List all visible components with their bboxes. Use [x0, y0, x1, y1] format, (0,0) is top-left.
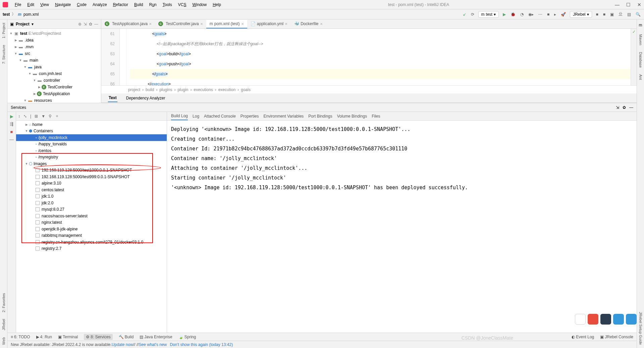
group-icon[interactable]: ⊞	[35, 114, 38, 119]
structure-button[interactable]: ▤	[627, 11, 632, 17]
close-icon[interactable]: ✕	[149, 22, 152, 26]
out-tab-vol[interactable]: Volume Bindings	[337, 113, 367, 120]
menu-view[interactable]: View	[39, 2, 50, 8]
jr2-button[interactable]: 🚀	[560, 11, 567, 17]
menu-vcs[interactable]: VCS	[177, 2, 188, 8]
tree-testcontroller[interactable]: ▶CTestController	[7, 84, 101, 90]
out-tab-port[interactable]: Port Bindings	[308, 113, 332, 120]
svc-home[interactable]: ▶⌂ home	[16, 121, 167, 128]
menu-refactor[interactable]: Refactor	[112, 2, 129, 8]
bt-jrc[interactable]: ▣ JRebel Console	[600, 335, 633, 339]
out-tab-env[interactable]: Environment Variables	[264, 113, 304, 120]
svc-image[interactable]: registry:2.7	[16, 246, 167, 252]
menu-analyze[interactable]: Analyze	[91, 2, 108, 8]
search-button[interactable]: 🔍	[635, 11, 641, 17]
out-tab-log[interactable]: Log	[193, 113, 199, 120]
status-dontshow-link[interactable]: Don't show this again (today 13:42)	[170, 342, 233, 347]
jr-stop-button[interactable]: ■	[595, 11, 599, 17]
run-button[interactable]: ▶	[502, 11, 506, 17]
link-icon[interactable]: ⚲	[49, 114, 52, 119]
status-whatsnew-link[interactable]: See what's new	[139, 342, 167, 347]
left-tab-structure[interactable]: 7: Structure	[2, 45, 6, 64]
out-tab-att[interactable]: Attached Console	[204, 113, 236, 120]
minus-icon[interactable]: —	[9, 137, 15, 142]
tree-main[interactable]: ▼▬main	[7, 57, 101, 64]
out-tab-files[interactable]: Files	[372, 113, 380, 120]
badge-icon[interactable]	[575, 314, 586, 325]
jr-stop2-button[interactable]: ■	[602, 11, 606, 17]
hide-icon[interactable]: —	[629, 105, 633, 110]
svc-image[interactable]: nginx:latest	[16, 219, 167, 226]
right-tab-ant[interactable]: Ant	[639, 74, 643, 80]
tab-testapp[interactable]: CTestApplication.java✕	[101, 20, 155, 28]
crumb[interactable]: execution	[218, 87, 235, 92]
badge-icon[interactable]	[626, 314, 637, 325]
hide-icon[interactable]: —	[94, 22, 98, 26]
svc-image[interactable]: alpine:3.10	[16, 180, 167, 187]
close-icon[interactable]: ✕	[200, 22, 203, 26]
bt-spring[interactable]: 🍃 Spring	[178, 335, 196, 339]
jrebel-combo[interactable]: JRebel ▾	[570, 11, 592, 18]
crumb-file[interactable]: pom.xml	[23, 12, 39, 17]
out-tab-build[interactable]: Build Log	[171, 112, 188, 120]
bt-je[interactable]: ▤ Java Enterprise	[140, 335, 172, 339]
close-icon[interactable]: ✕	[285, 22, 287, 26]
expand-all-icon[interactable]: ↕	[18, 114, 20, 119]
jr1-button[interactable]: ▸	[553, 11, 557, 17]
left-tab-web[interactable]: Web	[2, 337, 6, 345]
right-tab-database[interactable]: Database	[639, 52, 643, 68]
crumb[interactable]: goals	[241, 87, 251, 92]
gear-icon[interactable]: ✿	[623, 105, 626, 110]
out-tab-prop[interactable]: Properties	[240, 113, 259, 120]
collapse-icon[interactable]: ⇲	[84, 22, 87, 26]
close-button[interactable]: ✕	[637, 2, 641, 7]
badge-icon[interactable]	[588, 314, 598, 325]
menu-build[interactable]: Build	[133, 2, 145, 8]
left-tab-project[interactable]: 1: Project	[2, 23, 6, 38]
right-tab-maven[interactable]: Maven	[639, 34, 643, 45]
svc-image[interactable]: jdk:2.0	[16, 200, 167, 206]
run-icon[interactable]: ▶	[9, 114, 15, 119]
svc-container-3[interactable]: ▫/centos	[16, 147, 167, 154]
svc-image[interactable]: mysql:8.0.27	[16, 206, 167, 213]
menu-navigate[interactable]: Navigate	[54, 2, 72, 8]
attach-button[interactable]: ⋯	[538, 11, 543, 17]
status-update-link[interactable]: Update now	[112, 342, 133, 347]
locate-icon[interactable]: ⊕	[78, 22, 82, 26]
sync-button[interactable]: ⟳	[470, 11, 475, 17]
tree-resources[interactable]: ▼▬resources	[7, 97, 101, 103]
maximize-button[interactable]: ☐	[626, 2, 631, 7]
crumb[interactable]: executions	[194, 87, 213, 92]
tree-src[interactable]: ▼▬src	[7, 50, 101, 57]
filter-icon[interactable]: ▼	[41, 114, 45, 119]
menu-code[interactable]: Code	[75, 2, 88, 8]
vcs-button[interactable]: ▣	[609, 11, 614, 17]
crumb[interactable]: build	[146, 87, 154, 92]
tree-testapp[interactable]: ▶CTestApplication	[7, 90, 101, 97]
crumb-root[interactable]: test	[3, 12, 10, 17]
back-button[interactable]: ↙	[462, 11, 467, 17]
run-config-combo[interactable]: mtest ▾	[478, 11, 499, 18]
tab-pom[interactable]: mpom.xml (test)✕	[206, 20, 247, 28]
collapse-all-icon[interactable]: ⤡	[23, 114, 27, 119]
settings-icon[interactable]: ✿	[89, 22, 92, 26]
tree-pkg[interactable]: ▼▬com.jmh.test	[7, 70, 101, 77]
bt-build[interactable]: 🔨 Build	[119, 335, 134, 339]
tab-appyml[interactable]: 📄application.yml✕	[247, 20, 291, 28]
bt-services[interactable]: ⚙ 8: Services	[84, 334, 112, 340]
svc-image[interactable]: nacos/nacos-server:latest	[16, 213, 167, 219]
translate-button[interactable]: 㐀	[618, 11, 623, 18]
tree-idea[interactable]: ▶▬.idea	[7, 37, 101, 44]
svc-image[interactable]: 192.168.119.128:5000/test1000:0.0.1-SNAP…	[16, 167, 167, 174]
svc-image[interactable]: 192.168.119.128:5000/test999:0.0.1-SNAPS…	[16, 173, 167, 180]
left-tab-jrebel[interactable]: JRebel	[2, 319, 6, 330]
crumb[interactable]: plugin	[177, 87, 188, 92]
menu-edit[interactable]: Edit	[26, 2, 36, 8]
add-icon[interactable]: ＋	[55, 113, 59, 119]
svc-container-2[interactable]: ▫/happy_torvalds	[16, 141, 167, 148]
svc-container-1[interactable]: ▫/jolly_mcclintock	[16, 134, 167, 141]
bt-event[interactable]: ◐ Event Log	[572, 335, 594, 339]
menu-tools[interactable]: Tools	[161, 2, 173, 8]
crumb[interactable]: project	[128, 87, 140, 92]
profile-button[interactable]: ◉▸	[528, 11, 534, 17]
